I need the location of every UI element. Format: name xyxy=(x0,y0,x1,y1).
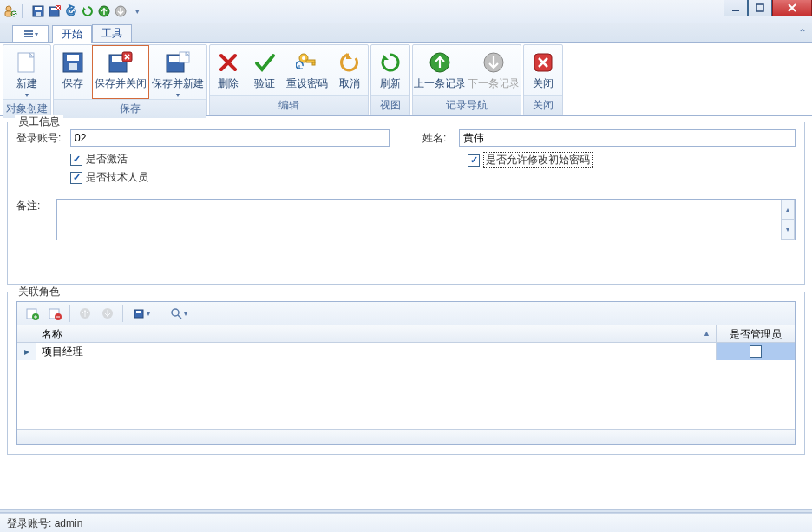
svg-rect-11 xyxy=(732,10,739,11)
grid-empty-area xyxy=(17,360,795,429)
next-record-button: 下一条记录 xyxy=(467,45,521,95)
qat-next-icon[interactable] xyxy=(114,4,128,18)
window-close-button[interactable] xyxy=(772,0,812,16)
role-next-button xyxy=(96,304,119,323)
svg-rect-15 xyxy=(24,36,33,37)
save-close-button[interactable]: 保存并关闭 xyxy=(92,45,149,99)
close-button[interactable]: 关闭 xyxy=(524,45,562,95)
remark-scroll-down[interactable]: ▾ xyxy=(781,220,795,240)
role-delete-button[interactable] xyxy=(43,304,66,323)
window-maximize-button[interactable] xyxy=(748,0,772,16)
qat-separator xyxy=(22,4,27,18)
table-row[interactable]: ▸ 项目经理 xyxy=(17,343,795,360)
list-icon xyxy=(23,30,34,38)
arrow-down-icon xyxy=(480,49,508,76)
tech-checkbox[interactable]: ✓是否技术人员 xyxy=(70,170,398,185)
validate-button[interactable]: 验证 xyxy=(246,45,283,95)
group-label-nav: 记录导航 xyxy=(413,95,521,115)
svg-rect-14 xyxy=(24,33,33,35)
ribbon-collapse-icon[interactable]: ⌃ xyxy=(798,27,807,39)
svg-rect-29 xyxy=(312,62,315,65)
prev-record-button[interactable]: 上一条记录 xyxy=(413,45,467,95)
cell-name[interactable]: 项目经理 xyxy=(36,343,717,360)
tab-tools[interactable]: 工具 xyxy=(92,24,132,42)
qat-save-close-icon[interactable] xyxy=(48,4,62,18)
grid-corner xyxy=(17,325,36,343)
qat-undo-icon[interactable] xyxy=(64,4,78,18)
col-admin-header[interactable]: 是否管理员 xyxy=(717,325,795,343)
roles-grid[interactable]: 名称▲ 是否管理员 ▸ 项目经理 xyxy=(16,325,796,445)
arrow-up-icon xyxy=(426,49,454,76)
svg-rect-4 xyxy=(35,7,42,10)
save-close-icon xyxy=(107,49,134,76)
window-minimize-button[interactable] xyxy=(724,0,748,16)
ribbon: 新建 ▾ 对象创建 保存 保存并关闭 保存并新建 ▾ 保存 xyxy=(0,43,812,116)
roles-toolbar: ▾ ▾ xyxy=(16,301,796,325)
employee-legend: 员工信息 xyxy=(15,115,63,129)
window-titlebar: ▾ xyxy=(0,0,812,23)
app-icon xyxy=(3,4,17,18)
check-icon xyxy=(251,49,278,76)
svg-rect-19 xyxy=(69,63,77,70)
svg-rect-40 xyxy=(136,311,141,313)
roles-fieldset: 关联角色 ▾ ▾ 名称▲ 是否管理员 ▸ 项目经理 xyxy=(7,292,805,455)
login-input[interactable] xyxy=(70,129,390,147)
remark-textarea[interactable] xyxy=(56,199,796,240)
file-menu-button[interactable]: ▾ xyxy=(12,25,49,42)
chevron-down-icon: ▾ xyxy=(176,91,180,99)
svg-point-0 xyxy=(6,6,11,11)
employee-fieldset: 员工信息 登录账号: 姓名: ✓是否激活 ✓是否技术人员 ✓是否允许修改初始密码 xyxy=(7,122,805,285)
delete-icon xyxy=(214,49,242,76)
client-area: 员工信息 登录账号: 姓名: ✓是否激活 ✓是否技术人员 ✓是否允许修改初始密码 xyxy=(0,116,812,455)
svg-rect-18 xyxy=(67,55,79,61)
grid-footer xyxy=(17,429,795,444)
role-add-button[interactable] xyxy=(21,304,43,323)
login-label: 登录账号: xyxy=(16,131,67,146)
col-name-header[interactable]: 名称▲ xyxy=(36,325,717,343)
key-icon xyxy=(293,49,321,76)
remark-label: 备注: xyxy=(16,199,51,213)
active-checkbox[interactable]: ✓是否激活 xyxy=(70,152,398,167)
reset-password-button[interactable]: 重设密码 xyxy=(283,45,331,95)
sort-asc-icon: ▲ xyxy=(703,329,710,338)
tab-start[interactable]: 开始 xyxy=(52,25,92,43)
role-search-button[interactable]: ▾ xyxy=(164,304,193,323)
save-new-icon xyxy=(164,49,192,76)
cell-admin[interactable] xyxy=(717,343,795,360)
save-button[interactable]: 保存 xyxy=(54,45,92,99)
svg-point-41 xyxy=(172,309,179,316)
close-icon xyxy=(529,49,557,76)
new-icon xyxy=(13,49,41,76)
qat-dropdown-icon[interactable]: ▾ xyxy=(130,4,144,18)
qat-prev-icon[interactable] xyxy=(97,4,111,18)
qat-save-icon[interactable] xyxy=(31,4,45,18)
role-export-button[interactable]: ▾ xyxy=(127,304,156,323)
name-label: 姓名: xyxy=(422,131,455,146)
ribbon-tabstrip: ▾ 开始 工具 ⌃ xyxy=(0,23,812,43)
save-new-button[interactable]: 保存并新建 ▾ xyxy=(149,45,206,99)
svg-point-27 xyxy=(302,56,305,60)
qat-refresh-icon[interactable] xyxy=(81,4,95,18)
chevron-down-icon: ▾ xyxy=(25,91,29,99)
group-label-edit: 编辑 xyxy=(210,95,368,115)
status-bar: 登录账号: admin xyxy=(0,513,812,532)
svg-rect-13 xyxy=(24,30,33,32)
name-input[interactable] xyxy=(459,129,796,147)
group-label-save: 保存 xyxy=(54,99,206,118)
status-text: 登录账号: admin xyxy=(7,517,82,529)
allowpwd-checkbox[interactable]: ✓是否允许修改初始密码 xyxy=(468,152,796,168)
svg-rect-5 xyxy=(36,12,41,16)
role-prev-button xyxy=(74,304,96,323)
cancel-button[interactable]: 取消 xyxy=(331,45,368,95)
save-icon xyxy=(59,49,87,76)
undo-icon xyxy=(336,49,363,76)
new-button[interactable]: 新建 ▾ xyxy=(3,45,50,99)
svg-rect-12 xyxy=(756,4,763,11)
group-label-close: 关闭 xyxy=(524,95,562,115)
refresh-button[interactable]: 刷新 xyxy=(371,45,409,95)
roles-legend: 关联角色 xyxy=(15,285,63,299)
delete-button[interactable]: 删除 xyxy=(210,45,246,95)
remark-scroll-up[interactable]: ▴ xyxy=(781,200,795,220)
row-indicator-icon: ▸ xyxy=(17,343,36,360)
group-label-view: 视图 xyxy=(371,95,409,115)
